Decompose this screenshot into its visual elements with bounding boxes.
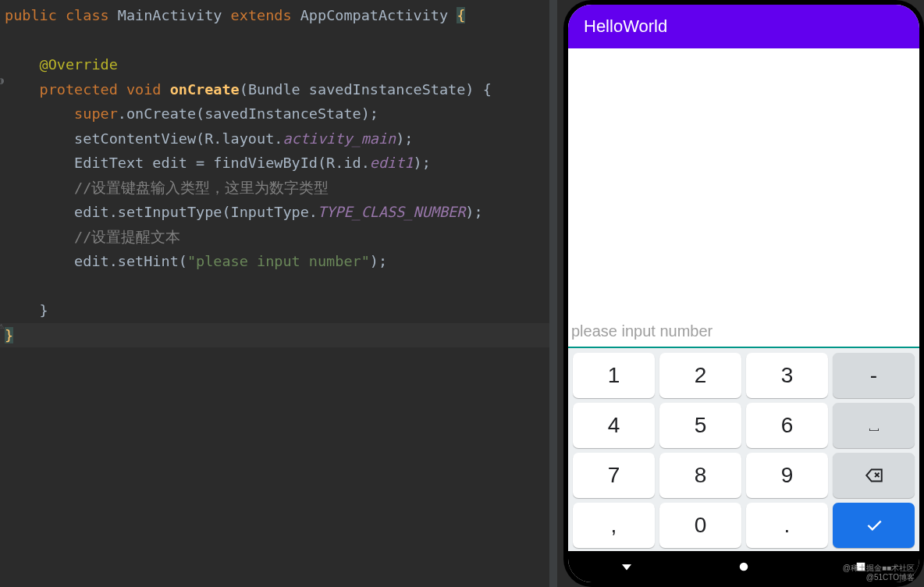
key-0[interactable]: 0: [659, 503, 741, 548]
triangle-down-icon: [620, 560, 634, 574]
check-icon: [864, 515, 884, 535]
key-1[interactable]: 1: [573, 353, 655, 398]
nav-back-button[interactable]: [620, 560, 634, 574]
code-line[interactable]: edit.setInputType(InputType.TYPE_CLASS_N…: [0, 200, 557, 225]
code-line[interactable]: public class MainActivity extends AppCom…: [0, 3, 557, 28]
circle-icon: [737, 560, 751, 574]
number-input[interactable]: [568, 316, 919, 348]
code-line[interactable]: @Override: [0, 52, 557, 77]
svg-point-0: [740, 563, 748, 571]
key-period[interactable]: .: [746, 503, 828, 548]
app-content: [568, 48, 919, 348]
key-5[interactable]: 5: [659, 403, 741, 448]
app-bar: HelloWorld: [568, 5, 919, 48]
code-line[interactable]: }: [0, 298, 557, 323]
code-line[interactable]: protected void onCreate(Bundle savedInst…: [0, 77, 557, 102]
phone-screen: HelloWorld 1 2 3 - 4 5 6 ⎵ 7 8 9 , 0 .: [568, 5, 919, 582]
app-title: HelloWorld: [584, 16, 667, 37]
nav-home-button[interactable]: [737, 560, 751, 574]
warning-marker-icon: ⚠: [0, 314, 4, 339]
key-9[interactable]: 9: [746, 453, 828, 498]
code-line-cursor[interactable]: }: [0, 323, 557, 348]
key-8[interactable]: 8: [659, 453, 741, 498]
code-line[interactable]: super.onCreate(savedInstanceState);: [0, 101, 557, 126]
phone-frame: HelloWorld 1 2 3 - 4 5 6 ⎵ 7 8 9 , 0 .: [563, 0, 924, 587]
key-minus[interactable]: -: [833, 353, 915, 398]
code-editor[interactable]: ◑ ⚠ public class MainActivity extends Ap…: [0, 0, 557, 587]
key-comma[interactable]: ,: [573, 503, 655, 548]
key-backspace[interactable]: [833, 453, 915, 498]
number-keyboard: 1 2 3 - 4 5 6 ⎵ 7 8 9 , 0 .: [568, 348, 919, 551]
override-marker-icon: ◑: [0, 69, 4, 94]
code-line[interactable]: [0, 28, 557, 53]
code-line[interactable]: setContentView(R.layout.activity_main);: [0, 126, 557, 151]
key-done[interactable]: [833, 503, 915, 548]
code-line[interactable]: edit.setHint("please input number");: [0, 249, 557, 274]
key-7[interactable]: 7: [573, 453, 655, 498]
watermark: @稀土掘金■■术社区 @51CTO博客: [843, 564, 915, 582]
code-line[interactable]: //设置键盘输入类型，这里为数字类型: [0, 176, 557, 201]
key-space[interactable]: ⎵: [833, 403, 915, 448]
code-line[interactable]: EditText edit = findViewById(R.id.edit1)…: [0, 151, 557, 176]
code-line[interactable]: [0, 274, 557, 299]
backspace-icon: [864, 465, 884, 486]
code-line[interactable]: //设置提醒文本: [0, 225, 557, 250]
key-4[interactable]: 4: [573, 403, 655, 448]
key-3[interactable]: 3: [746, 353, 828, 398]
vertical-scrollbar[interactable]: [549, 0, 557, 587]
key-6[interactable]: 6: [746, 403, 828, 448]
key-2[interactable]: 2: [659, 353, 741, 398]
